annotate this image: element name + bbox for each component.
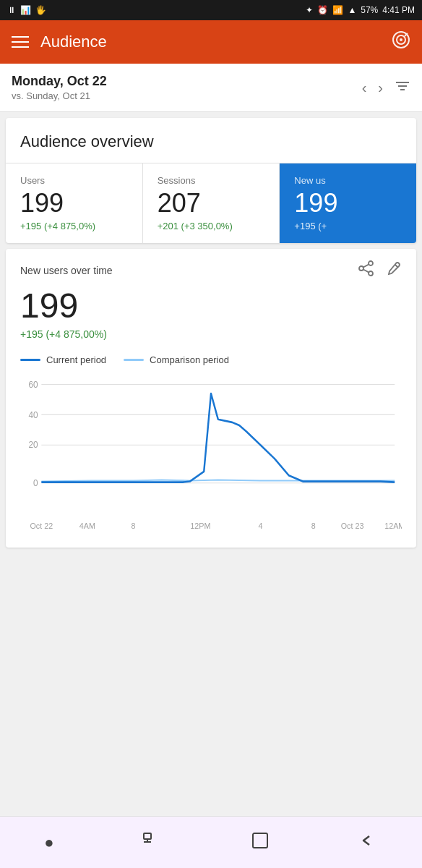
wrench-button[interactable] [386,260,402,280]
svg-text:Oct 23: Oct 23 [341,521,364,529]
svg-text:40: 40 [28,409,38,420]
svg-text:0: 0 [33,477,38,488]
chart-header: New users over time [20,260,402,280]
chart-actions [358,260,402,280]
recent-nav-button[interactable] [142,832,163,854]
time-display: 4:41 PM [382,5,415,15]
svg-text:4AM: 4AM [79,521,95,529]
metric-users-label: Users [20,175,128,186]
svg-point-8 [369,271,373,276]
activity-icon: 📊 [20,5,31,15]
chart-svg: 60 40 20 0 Oct 22 4AM 8 12PM 4 [20,377,402,536]
bluetooth-icon: ✦ [306,5,313,15]
dot-nav-button[interactable]: ● [44,833,53,852]
svg-point-2 [400,38,402,41]
svg-text:Oct 22: Oct 22 [30,521,53,529]
metric-users-value: 199 [20,190,128,216]
metric-sessions-value: 207 [158,190,265,216]
metric-users[interactable]: Users 199 +195 (+4 875,0%) [6,163,143,243]
metric-new-users-value: 199 [294,190,402,216]
svg-text:20: 20 [28,440,38,450]
status-left-icons: ⏸ 📊 🖐 [7,5,46,15]
metric-users-change: +195 (+4 875,0%) [20,221,128,231]
share-button[interactable] [358,260,374,280]
app-settings-icon[interactable] [392,30,410,54]
app-title: Audience [40,33,107,51]
status-right-icons: ✦ ⏰ 📶 ▲ 57% 4:41 PM [306,5,415,15]
metric-sessions-change: +201 (+3 350,0%) [158,221,265,231]
svg-point-9 [359,266,363,271]
svg-line-11 [363,270,369,273]
app-bar: Audience [0,20,422,64]
chart-area: 60 40 20 0 Oct 22 4AM 8 12PM 4 [20,377,402,536]
hand-icon: 🖐 [35,5,46,15]
bottom-nav: ● [0,816,422,868]
chart-legend: Current period Comparison period [20,354,402,365]
date-header: Monday, Oct 22 vs. Sunday, Oct 21 ‹ › [0,64,422,112]
prev-date-button[interactable]: ‹ [362,80,367,96]
svg-text:60: 60 [28,379,38,389]
svg-line-12 [395,265,398,268]
metric-new-users[interactable]: New us 199 +195 (+ [280,163,416,243]
card-header: Audience overview [6,118,416,163]
svg-text:12PM: 12PM [190,521,210,529]
alarm-icon: ⏰ [317,5,328,15]
chart-title: New users over time [20,265,113,276]
chart-card: New users over time [6,249,416,548]
metric-new-users-change: +195 (+ [294,221,402,231]
back-nav-button[interactable] [358,832,378,854]
audience-overview-card: Audience overview Users 199 +195 (+4 875… [6,118,416,243]
wifi-icon: 📶 [332,5,343,15]
legend-current: Current period [20,354,106,365]
metric-new-users-label: New us [294,175,402,186]
legend-current-line [20,359,40,361]
metric-sessions[interactable]: Sessions 207 +201 (+3 350,0%) [143,163,280,243]
metric-sessions-label: Sessions [158,175,265,186]
date-info: Monday, Oct 22 vs. Sunday, Oct 21 [12,74,107,101]
menu-button[interactable] [12,36,29,48]
next-date-button[interactable]: › [378,80,383,96]
svg-text:8: 8 [131,521,135,529]
svg-text:8: 8 [311,521,316,529]
filter-button[interactable] [395,80,410,96]
legend-comparison-label: Comparison period [150,354,229,365]
metrics-row: Users 199 +195 (+4 875,0%) Sessions 207 … [6,163,416,243]
legend-comparison-line [124,359,144,361]
svg-rect-29 [144,833,151,839]
card-title: Audience overview [20,132,402,151]
legend-comparison: Comparison period [124,354,229,365]
chart-change: +195 (+4 875,00%) [20,328,402,340]
battery-level: 57% [361,5,378,15]
app-bar-left: Audience [12,33,107,51]
svg-text:12AM: 12AM [384,521,402,529]
svg-text:4: 4 [258,521,262,529]
svg-point-7 [369,261,373,265]
svg-line-10 [363,265,369,268]
home-nav-button[interactable] [251,832,269,854]
svg-rect-32 [253,833,267,848]
date-compare: vs. Sunday, Oct 21 [12,90,107,101]
main-content: Audience overview Users 199 +195 (+4 875… [0,112,422,617]
pause-icon: ⏸ [7,5,16,15]
date-nav: ‹ › [362,80,410,96]
chart-big-value: 199 [20,286,402,326]
status-bar: ⏸ 📊 🖐 ✦ ⏰ 📶 ▲ 57% 4:41 PM [0,0,422,20]
signal-icon: ▲ [348,5,356,15]
date-main: Monday, Oct 22 [12,74,107,89]
legend-current-label: Current period [46,354,106,365]
